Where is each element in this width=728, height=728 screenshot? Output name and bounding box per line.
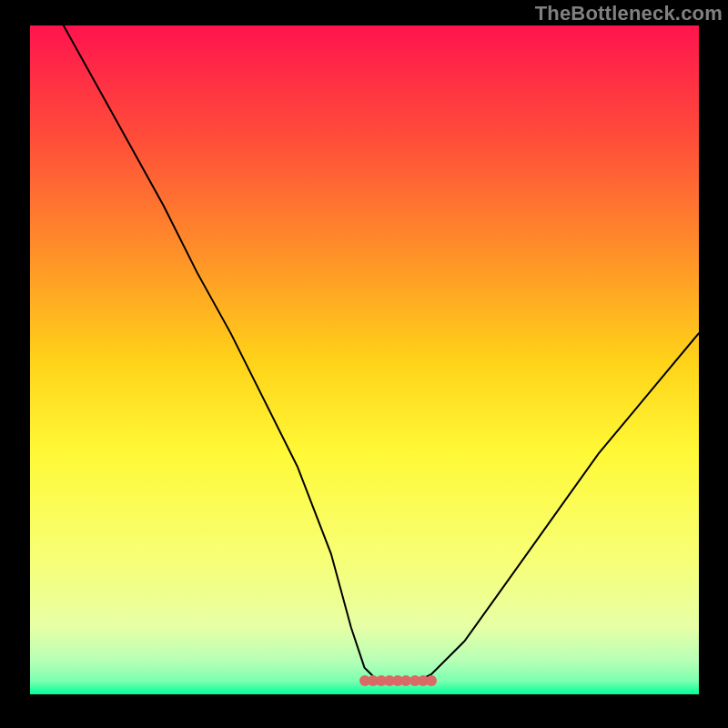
optimum-dot [426,675,437,686]
chart-frame: TheBottleneck.com [0,0,728,728]
bottleneck-curve [30,25,699,694]
watermark-text: TheBottleneck.com [535,2,723,25]
plot-area [30,25,699,694]
